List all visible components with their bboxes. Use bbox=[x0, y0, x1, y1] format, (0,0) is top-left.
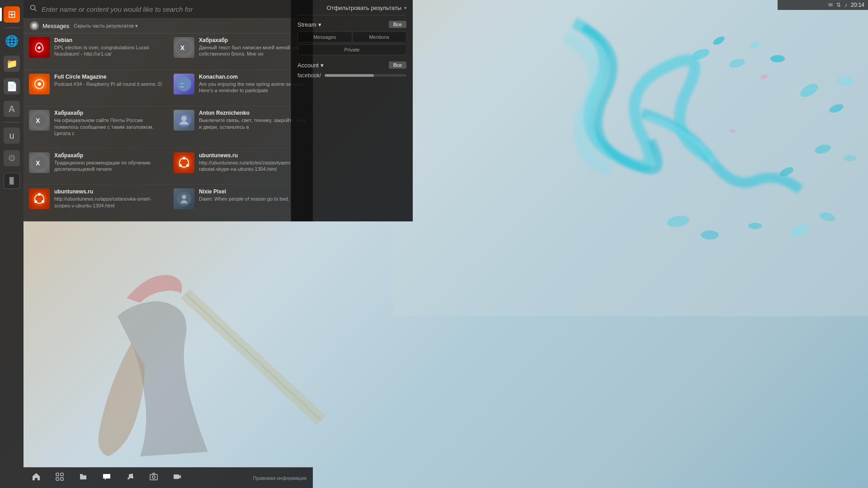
hide-results-btn[interactable]: Скрыть часть результатов ▾ bbox=[74, 23, 138, 29]
launcher-item-font[interactable]: A bbox=[1, 99, 22, 119]
svg-point-45 bbox=[42, 200, 44, 203]
search-panel: Messages Скрыть часть результатов ▾ Debi… bbox=[24, 0, 313, 221]
gear-icon: ⚙ bbox=[8, 153, 16, 164]
message-content: ubuntunews.ru http://ubuntunews.ru/apps/… bbox=[54, 188, 163, 209]
top-bar: ✉ ⇅ ♪ 20:14 bbox=[778, 0, 868, 10]
message-item[interactable]: Х Хабрахабр На официальном сайте Почты Р… bbox=[24, 106, 168, 149]
account-all-btn[interactable]: Все bbox=[389, 61, 406, 69]
stream-all-btn[interactable]: Все bbox=[389, 21, 406, 28]
svg-text:こ: こ bbox=[179, 82, 185, 88]
message-item[interactable]: ubuntunews.ru http://ubuntunews.ru/apps/… bbox=[24, 185, 168, 221]
svg-text:Х: Х bbox=[36, 117, 40, 124]
message-avatar: こ bbox=[174, 74, 194, 94]
stream-tab-messages[interactable]: Messages bbox=[297, 32, 352, 42]
account-label: Account ▾ bbox=[297, 62, 324, 69]
stream-header: Stream ▾ Все bbox=[297, 21, 406, 28]
message-item[interactable]: Debian DPL election is over, congratulat… bbox=[24, 33, 168, 70]
svg-point-5 bbox=[770, 55, 785, 62]
stream-tab-private[interactable]: Private bbox=[297, 44, 406, 55]
svg-point-44 bbox=[34, 200, 37, 203]
filter-panel: Отфильтровать результаты ▾ Stream ▾ Все … bbox=[291, 0, 413, 221]
message-item[interactable]: Full Circle Magazine Podcast #34 - Raspb… bbox=[24, 70, 168, 107]
font-viewer-icon: A bbox=[9, 104, 15, 114]
fluid-art bbox=[393, 0, 868, 316]
launcher-item-terminal[interactable]: ▉ bbox=[1, 170, 22, 191]
message-avatar bbox=[174, 188, 194, 209]
nav-apps-icon[interactable] bbox=[53, 470, 66, 485]
facebook-label: facebook/ bbox=[297, 72, 321, 79]
svg-rect-51 bbox=[61, 478, 63, 480]
launcher-item-firefox[interactable]: 🌐 bbox=[1, 31, 22, 52]
files-icon: 📁 bbox=[6, 58, 18, 69]
terminal-icon: ▉ bbox=[9, 177, 14, 184]
nav-music-icon[interactable] bbox=[124, 470, 137, 485]
messages-grid: Debian DPL election is over, congratulat… bbox=[24, 33, 313, 221]
facebook-row: facebook/ bbox=[297, 72, 406, 79]
filter-stream-section: Stream ▾ Все Messages Mentions Private bbox=[297, 21, 406, 55]
message-avatar: Х bbox=[174, 37, 194, 58]
svg-point-47 bbox=[182, 195, 186, 199]
mail-icon: ✉ bbox=[828, 2, 833, 8]
svg-point-15 bbox=[844, 155, 856, 161]
svg-rect-49 bbox=[61, 473, 63, 476]
launcher-item-files[interactable]: 📁 bbox=[1, 53, 22, 74]
message-sender: Full Circle Magazine bbox=[54, 74, 163, 80]
message-content: Хабрахабр Традиционно рекомендации по об… bbox=[54, 152, 163, 173]
nav-video-icon[interactable] bbox=[171, 470, 184, 485]
message-sender: ubuntunews.ru bbox=[54, 188, 163, 195]
message-content: Хабрахабр На официальном сайте Почты Рос… bbox=[54, 110, 163, 136]
stream-label: Stream ▾ bbox=[297, 21, 321, 28]
message-text: Традиционно рекомендации по обучению дес… bbox=[54, 160, 163, 173]
message-avatar: Х bbox=[29, 110, 50, 131]
search-input[interactable] bbox=[42, 5, 307, 13]
anime-character bbox=[27, 226, 335, 488]
legal-info-link[interactable]: Правовая информация bbox=[253, 475, 307, 481]
svg-point-40 bbox=[186, 164, 189, 167]
svg-point-19 bbox=[31, 5, 35, 10]
bottom-nav: Правовая информация bbox=[24, 467, 313, 488]
text-editor-icon: 📄 bbox=[6, 81, 18, 92]
filter-account-section: Account ▾ Все facebook/ bbox=[297, 61, 406, 79]
svg-text:Х: Х bbox=[36, 160, 40, 167]
hide-results-label: Скрыть часть результатов bbox=[74, 23, 134, 28]
svg-point-55 bbox=[152, 476, 155, 479]
stream-tab-mentions[interactable]: Mentions bbox=[352, 32, 407, 42]
svg-rect-50 bbox=[56, 478, 59, 480]
firefox-icon: 🌐 bbox=[5, 35, 19, 47]
unity-launcher: ⊞ 🌐 📁 📄 A u ⚙ ▉ bbox=[0, 0, 24, 488]
messages-section-icon bbox=[30, 21, 39, 30]
stream-chevron-icon[interactable]: ▾ bbox=[318, 21, 321, 28]
filter-title: Отфильтровать результаты bbox=[327, 5, 401, 11]
volume-icon: ♪ bbox=[844, 2, 847, 8]
launcher-item-u1[interactable]: u bbox=[1, 125, 22, 146]
launcher-item-settings[interactable]: ⚙ bbox=[1, 148, 22, 169]
filter-chevron-icon[interactable]: ▾ bbox=[404, 5, 406, 10]
nav-files-icon[interactable] bbox=[77, 470, 90, 485]
launcher-divider-2 bbox=[4, 122, 20, 122]
nav-messages-icon[interactable] bbox=[100, 470, 113, 485]
message-avatar bbox=[174, 152, 194, 173]
facebook-progress-bar bbox=[325, 74, 406, 77]
svg-rect-48 bbox=[56, 473, 59, 476]
nav-photos-icon[interactable] bbox=[147, 470, 160, 485]
message-avatar: Х bbox=[29, 152, 50, 173]
message-text: Podcast #34 - Raspberry Pi all round it … bbox=[54, 81, 163, 87]
messages-title: Messages bbox=[42, 23, 69, 29]
message-item[interactable]: Х Хабрахабр Традиционно рекомендации по … bbox=[24, 149, 168, 185]
filter-header: Отфильтровать результаты ▾ bbox=[297, 5, 406, 15]
svg-point-27 bbox=[38, 82, 41, 86]
network-icon: ⇅ bbox=[836, 2, 841, 8]
message-content: Full Circle Magazine Podcast #34 - Raspb… bbox=[54, 74, 163, 87]
launcher-item-text[interactable]: 📄 bbox=[1, 76, 22, 97]
hide-chevron-icon: ▾ bbox=[135, 23, 138, 29]
nav-home-icon[interactable] bbox=[30, 470, 42, 485]
message-text: DPL election is over, congratulations Lu… bbox=[54, 44, 163, 57]
message-content: Debian DPL election is over, congratulat… bbox=[54, 37, 163, 57]
svg-point-39 bbox=[179, 164, 182, 167]
launcher-item-home[interactable]: ⊞ bbox=[1, 4, 22, 25]
account-header: Account ▾ Все bbox=[297, 61, 406, 69]
account-chevron-icon[interactable]: ▾ bbox=[321, 62, 324, 69]
search-bar bbox=[24, 0, 313, 19]
message-text: На официальном сайте Почты России появил… bbox=[54, 117, 163, 136]
system-clock: 20:14 bbox=[851, 2, 864, 8]
